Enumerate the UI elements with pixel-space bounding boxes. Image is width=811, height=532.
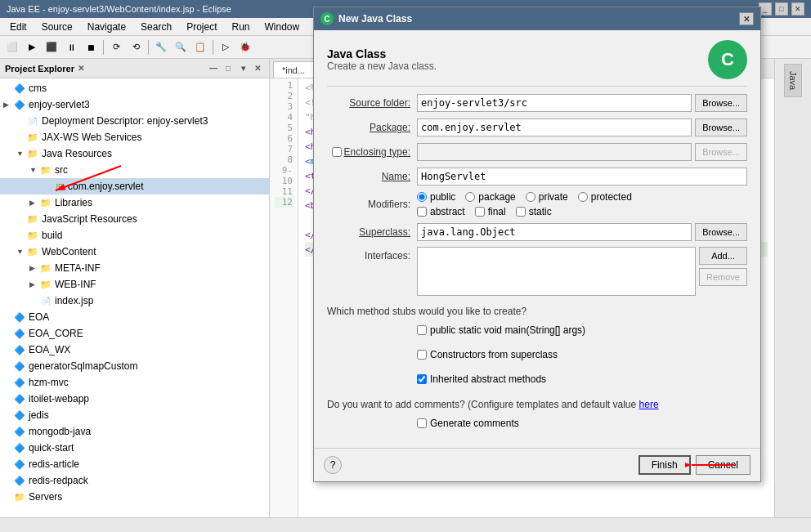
tree-item-mongodb[interactable]: 🔷 mongodb-java: [0, 423, 269, 440]
tree-item-servers[interactable]: 📁 Servers: [0, 489, 269, 505]
menu-search[interactable]: Search: [134, 20, 178, 34]
tree-item-hzm-mvc[interactable]: 🔷 hzm-mvc: [0, 374, 269, 391]
modifier-radio-package[interactable]: package: [465, 191, 515, 203]
tree-item-generator[interactable]: 🔷 generatorSqlmapCustom: [0, 358, 269, 374]
name-input[interactable]: [417, 168, 747, 186]
stub-main-checkbox[interactable]: public static void main(String[] args): [417, 324, 585, 336]
menu-window[interactable]: Window: [258, 20, 307, 34]
package-input[interactable]: [417, 118, 692, 136]
tree-item-webcontent[interactable]: ▼ 📁 WebContent: [0, 244, 269, 260]
source-folder-browse-button[interactable]: Browse...: [695, 94, 747, 112]
toolbar-btn-7[interactable]: ⟲: [127, 38, 145, 56]
tree-item-java-resources[interactable]: ▼ 📁 Java Resources: [0, 145, 269, 162]
tree-item-jedis[interactable]: 🔷 jedis: [0, 407, 269, 423]
panel-close-btn[interactable]: ✕: [251, 62, 264, 75]
remove-interface-button[interactable]: Remove: [699, 268, 747, 286]
tree-item-libraries[interactable]: ▶ 📁 Libraries: [0, 194, 269, 211]
radio-package[interactable]: [465, 192, 475, 202]
menu-source[interactable]: Source: [35, 20, 79, 34]
tree-view[interactable]: 🔷 cms ▶ 🔷 enjoy-servlet3 📄 Deployment De…: [0, 78, 269, 517]
tree-label: Deployment Descriptor: enjoy-servlet3: [42, 115, 208, 127]
tree-item-quick-start[interactable]: 🔷 quick-start: [0, 440, 269, 456]
menu-run[interactable]: Run: [225, 20, 256, 34]
checkbox-static[interactable]: [516, 207, 526, 217]
new-java-class-dialog[interactable]: C New Java Class ✕ Java Class Create a n…: [313, 7, 761, 482]
radio-public[interactable]: [417, 192, 427, 202]
checkbox-comments[interactable]: [417, 418, 427, 428]
tree-item-enjoy-servlet3[interactable]: ▶ 🔷 enjoy-servlet3: [0, 96, 269, 113]
toolbar-btn-12[interactable]: 🐞: [236, 38, 254, 56]
package-label: Package:: [327, 122, 417, 133]
toolbar-btn-1[interactable]: ⬜: [3, 38, 21, 56]
panel-minimize-btn[interactable]: —: [207, 62, 220, 75]
superclass-browse-button[interactable]: Browse...: [695, 223, 747, 241]
enclosing-type-input[interactable]: [417, 143, 692, 161]
tree-item-cms[interactable]: 🔷 cms: [0, 80, 269, 96]
checkbox-inherited[interactable]: [417, 374, 427, 384]
toolbar-btn-11[interactable]: ▷: [217, 38, 235, 56]
tree-item-eoa-wx[interactable]: 🔷 EOA_WX: [0, 342, 269, 358]
toolbar-btn-5[interactable]: ⏹: [82, 38, 100, 56]
toolbar-btn-8[interactable]: 🔧: [152, 38, 170, 56]
tree-item-js-resources[interactable]: 📁 JavaScript Resources: [0, 211, 269, 227]
modifier-static[interactable]: static: [516, 206, 552, 217]
enclosing-type-checkbox[interactable]: [332, 147, 342, 157]
modifier-radio-private[interactable]: private: [526, 191, 568, 203]
menu-project[interactable]: Project: [180, 20, 223, 34]
sidebar-tab-java[interactable]: Java: [784, 64, 802, 97]
tree-item-itoilet[interactable]: 🔷 itoilet-webapp: [0, 391, 269, 407]
tree-item-redis-redpack[interactable]: 🔷 redis-redpack: [0, 472, 269, 489]
radio-protected[interactable]: [578, 192, 588, 202]
tree-item-deployment[interactable]: 📄 Deployment Descriptor: enjoy-servlet3: [0, 113, 269, 129]
tree-item-index-jsp[interactable]: 📄 index.jsp: [0, 293, 269, 309]
toolbar-btn-4[interactable]: ⏸: [62, 38, 80, 56]
source-folder-input[interactable]: [417, 94, 692, 112]
close-button[interactable]: ✕: [791, 2, 804, 16]
radio-private[interactable]: [526, 192, 535, 202]
panel-menu-btn[interactable]: ▾: [236, 62, 249, 75]
tree-label: src: [55, 164, 68, 176]
menu-edit[interactable]: Edit: [3, 20, 34, 34]
editor-tab-index[interactable]: *ind...: [273, 61, 314, 78]
modifier-final[interactable]: final: [475, 206, 506, 217]
tree-item-redis-article[interactable]: 🔷 redis-article: [0, 456, 269, 472]
tree-item-jaxws[interactable]: 📁 JAX-WS Web Services: [0, 129, 269, 145]
interfaces-list[interactable]: [417, 247, 696, 296]
toolbar-btn-6[interactable]: ⟳: [107, 38, 125, 56]
checkbox-main[interactable]: [417, 325, 427, 335]
tree-item-build[interactable]: 📁 build: [0, 227, 269, 244]
superclass-input[interactable]: [417, 223, 692, 241]
menu-navigate[interactable]: Navigate: [81, 20, 132, 34]
checkbox-abstract[interactable]: [417, 207, 427, 217]
modifier-radio-group: public package private protected: [417, 191, 632, 203]
toolbar-btn-9[interactable]: 🔍: [172, 38, 190, 56]
toolbar-btn-2[interactable]: ▶: [23, 38, 41, 56]
modifier-radio-protected[interactable]: protected: [578, 191, 632, 203]
tree-item-web-inf[interactable]: ▶ 📁 WEB-INF: [0, 276, 269, 293]
generate-comments-checkbox[interactable]: Generate comments: [417, 418, 519, 429]
modifier-radio-public[interactable]: public: [417, 191, 455, 203]
modifier-abstract[interactable]: abstract: [417, 206, 465, 217]
tree-item-eoa[interactable]: 🔷 EOA: [0, 309, 269, 325]
tree-item-package[interactable]: ⊞ com.enjoy.servlet: [0, 178, 269, 194]
tree-item-src[interactable]: ▼ 📁 src: [0, 162, 269, 178]
cancel-button[interactable]: Cancel: [696, 455, 751, 475]
project-icon: 🔷: [13, 474, 26, 487]
stub-constructors-checkbox[interactable]: Constructors from superclass: [417, 349, 558, 360]
comments-link[interactable]: here: [639, 399, 659, 410]
tree-item-meta-inf[interactable]: ▶ 📁 META-INF: [0, 260, 269, 276]
toolbar-btn-3[interactable]: ⬛: [43, 38, 60, 56]
stub-inherited-checkbox[interactable]: Inherited abstract methods: [417, 373, 546, 385]
checkbox-final[interactable]: [475, 207, 485, 217]
package-browse-button[interactable]: Browse...: [695, 118, 747, 136]
panel-maximize-btn[interactable]: □: [222, 62, 235, 75]
method-stubs-label: Which method stubs would you like to cre…: [327, 306, 747, 317]
toolbar-btn-10[interactable]: 📋: [191, 38, 209, 56]
maximize-button[interactable]: □: [775, 2, 788, 16]
add-interface-button[interactable]: Add...: [699, 247, 747, 265]
dialog-close-button[interactable]: ✕: [739, 12, 754, 25]
checkbox-constructors[interactable]: [417, 350, 427, 360]
finish-button[interactable]: Finish: [638, 455, 691, 475]
tree-item-eoa-core[interactable]: 🔷 EOA_CORE: [0, 325, 269, 342]
help-button[interactable]: ?: [324, 456, 342, 474]
